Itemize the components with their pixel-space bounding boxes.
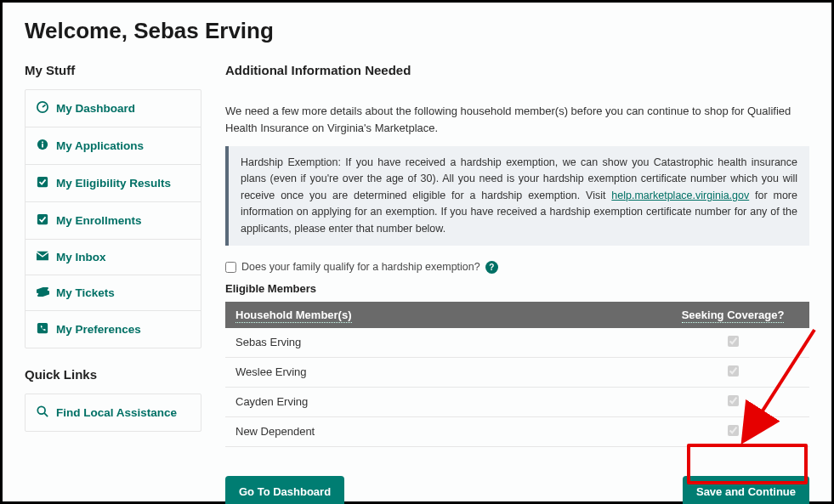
search-icon	[36, 405, 49, 420]
hardship-info-box: Hardship Exemption: If you have received…	[225, 146, 809, 246]
eligible-members-table: Household Member(s) Seeking Coverage? Se…	[225, 302, 809, 447]
question-circle-icon[interactable]: ?	[485, 261, 498, 274]
seeking-coverage-checkbox	[728, 395, 739, 406]
check-square-icon	[36, 176, 49, 190]
button-row: Go To Dashboard Save and Continue	[225, 476, 809, 504]
sidebar-item-label: My Inbox	[56, 251, 106, 263]
sidebar-item-label: My Enrollments	[56, 214, 142, 227]
welcome-prefix: Welcome,	[25, 18, 133, 43]
member-name-cell: Weslee Erving	[225, 357, 656, 387]
hardship-question-row: Does your family qualify for a hardship …	[225, 261, 809, 274]
hardship-help-link[interactable]: help.marketplace.virginia.gov	[611, 190, 749, 201]
table-row: Weslee Erving	[225, 357, 809, 387]
table-row: Cayden Erving	[225, 387, 809, 416]
member-name-cell: New Dependent	[225, 416, 656, 446]
sidebar-item-enrollments[interactable]: My Enrollments	[26, 202, 201, 239]
sidebar-heading-quicklinks: Quick Links	[25, 367, 201, 382]
sidebar-item-label: Find Local Assistance	[56, 406, 177, 419]
ticket-icon	[36, 286, 49, 299]
svg-rect-7	[37, 323, 48, 333]
sidebar-item-dashboard[interactable]: My Dashboard	[26, 90, 201, 127]
seeking-coverage-checkbox	[728, 365, 739, 377]
info-circle-icon	[36, 139, 49, 153]
svg-rect-3	[42, 142, 43, 144]
table-row: New Dependent	[225, 416, 809, 446]
dashboard-icon	[36, 101, 49, 116]
col-header-member: Household Member(s)	[225, 302, 656, 328]
sidebar-item-label: My Tickets	[56, 286, 115, 299]
main-content: Additional Information Needed We need a …	[225, 63, 809, 504]
save-continue-button[interactable]: Save and Continue	[683, 476, 809, 504]
svg-rect-6	[37, 252, 48, 261]
phone-square-icon	[36, 322, 49, 337]
member-name-cell: Sebas Erving	[225, 328, 656, 358]
sidebar-item-eligibility[interactable]: My Eligibility Results	[26, 165, 201, 201]
sidebar-item-label: My Dashboard	[56, 102, 135, 115]
sidebar-heading-mystuff: My Stuff	[25, 63, 201, 77]
seeking-coverage-checkbox	[728, 425, 739, 436]
sidebar-item-label: My Preferences	[56, 323, 141, 336]
welcome-username: Sebas Erving	[133, 18, 274, 43]
sidebar-list-quicklinks: Find Local Assistance	[25, 394, 201, 432]
sidebar-item-find-local[interactable]: Find Local Assistance	[26, 394, 201, 431]
page-title: Welcome, Sebas Erving	[25, 18, 809, 44]
intro-text: We need a few more details about the fol…	[225, 103, 809, 136]
sidebar-item-applications[interactable]: My Applications	[26, 127, 201, 164]
go-to-dashboard-button[interactable]: Go To Dashboard	[225, 476, 344, 504]
hardship-checkbox[interactable]	[225, 262, 236, 273]
sidebar-item-label: My Eligibility Results	[56, 177, 171, 190]
sidebar-item-label: My Applications	[56, 139, 144, 152]
svg-line-9	[44, 413, 48, 416]
section-title: Additional Information Needed	[225, 63, 809, 77]
svg-rect-5	[37, 214, 48, 224]
svg-rect-4	[37, 177, 48, 187]
col-header-coverage: Seeking Coverage?	[656, 302, 809, 328]
hardship-question-label: Does your family qualify for a hardship …	[241, 261, 480, 273]
svg-point-8	[37, 406, 45, 414]
sidebar-item-inbox[interactable]: My Inbox	[26, 240, 201, 275]
eligible-members-heading: Eligible Members	[225, 282, 809, 295]
seeking-coverage-checkbox	[728, 336, 739, 347]
member-name-cell: Cayden Erving	[225, 387, 656, 416]
sidebar: My Stuff My Dashboard My Applications My…	[25, 63, 201, 504]
svg-rect-2	[42, 144, 43, 147]
envelope-icon	[36, 251, 49, 263]
check-square-icon	[36, 213, 49, 228]
sidebar-list-mystuff: My Dashboard My Applications My Eligibil…	[25, 89, 201, 348]
sidebar-item-preferences[interactable]: My Preferences	[26, 311, 201, 348]
sidebar-item-tickets[interactable]: My Tickets	[26, 275, 201, 310]
table-row: Sebas Erving	[225, 328, 809, 358]
